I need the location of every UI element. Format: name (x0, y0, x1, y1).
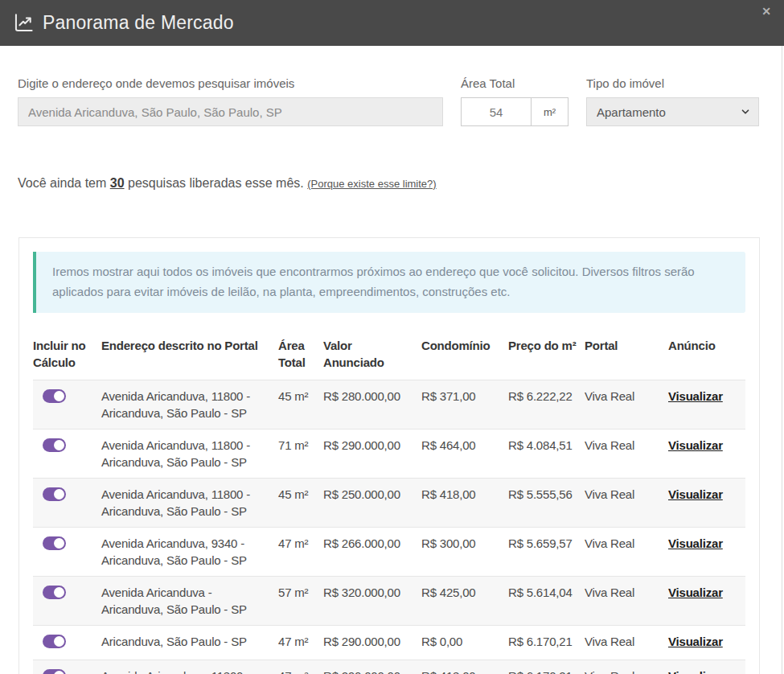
include-cell (33, 528, 101, 577)
portal-cell: Viva Real (585, 479, 668, 528)
area-unit-addon: m² (532, 97, 569, 126)
viewport-edge-divider (782, 46, 782, 674)
chart-line-icon (13, 12, 35, 34)
results-table: Incluir no Cálculo Endereço descrito no … (33, 332, 745, 674)
portal-cell: Viva Real (585, 528, 668, 577)
price-m2-cell: R$ 6.222,22 (508, 380, 585, 429)
price-m2-cell: R$ 4.084,51 (508, 429, 585, 479)
price-cell: R$ 266.000,00 (323, 528, 421, 577)
address-cell: Avenida Aricanduva, 11800 - Aricanduva, … (101, 380, 278, 429)
price-m2-cell: R$ 6.170,21 (508, 626, 585, 660)
include-cell (33, 626, 101, 660)
col-header-price-m2: Preço do m² (508, 332, 585, 380)
col-header-area: Área Total (278, 332, 323, 380)
include-cell (33, 380, 101, 429)
view-listing-link[interactable]: Visualizar (668, 487, 723, 501)
address-input[interactable] (18, 97, 443, 126)
include-toggle[interactable] (43, 536, 66, 550)
address-cell: Avenida Aricanduva, 9340 - Aricanduva, S… (101, 528, 278, 577)
view-listing-link[interactable]: Visualizar (668, 669, 723, 674)
ad-cell: Visualizar (668, 577, 745, 626)
view-listing-link[interactable]: Visualizar (668, 438, 723, 452)
quota-limit-link[interactable]: (Porque existe esse limite?) (307, 178, 436, 190)
condo-cell: R$ 425,00 (421, 577, 508, 626)
toggle-knob (54, 538, 64, 549)
condo-cell: R$ 371,00 (421, 380, 508, 429)
property-type-label: Tipo do imóvel (586, 76, 759, 90)
col-header-condo: Condomínio (421, 332, 508, 380)
price-cell: R$ 290.000,00 (323, 660, 421, 674)
notice-text: Iremos mostrar aqui todos os imóveis que… (52, 265, 695, 298)
ad-cell: Visualizar (668, 479, 745, 528)
area-label: Área Total (461, 76, 569, 90)
table-row: Avenida Aricanduva, 9340 - Aricanduva, S… (33, 528, 745, 577)
view-listing-link[interactable]: Visualizar (668, 635, 723, 648)
col-header-include: Incluir no Cálculo (33, 332, 101, 380)
quota-line: Você ainda tem 30 pesquisas liberadas es… (0, 176, 784, 191)
include-toggle[interactable] (43, 669, 66, 674)
property-type-select[interactable]: Apartamento (586, 97, 759, 126)
address-label: Digite o endereço onde devemos pesquisar… (18, 76, 443, 90)
condo-cell: R$ 418,00 (421, 660, 508, 674)
toggle-knob (54, 636, 64, 647)
include-cell (33, 479, 101, 528)
table-row: Avenida Aricanduva, 11800 - Aricanduva, … (33, 479, 745, 528)
include-toggle[interactable] (43, 438, 66, 452)
price-m2-cell: R$ 5.555,56 (508, 479, 585, 528)
address-cell: Avenida Aricanduva - Aricanduva, São Pau… (101, 577, 278, 626)
include-cell (33, 429, 101, 479)
area-cell: 47 m² (278, 626, 323, 660)
address-field-group: Digite o endereço onde devemos pesquisar… (18, 76, 443, 126)
condo-cell: R$ 300,00 (421, 528, 508, 577)
include-toggle[interactable] (43, 389, 66, 403)
area-cell: 57 m² (278, 577, 323, 626)
include-cell (33, 660, 101, 674)
address-cell: Avenida Aricanduva, 11800 - Aricanduva, … (101, 479, 278, 528)
view-listing-link[interactable]: Visualizar (668, 389, 723, 403)
table-row: Avenida Aricanduva, 11800 - Aricanduva, … (33, 429, 745, 479)
area-cell: 47 m² (278, 528, 323, 577)
page-title: Panorama de Mercado (43, 12, 234, 34)
results-table-head: Incluir no Cálculo Endereço descrito no … (33, 332, 745, 380)
area-cell: 71 m² (278, 429, 323, 479)
toggle-knob (54, 391, 64, 401)
search-form: Digite o endereço onde devemos pesquisar… (0, 46, 784, 126)
price-m2-cell: R$ 6.170,21 (508, 660, 585, 674)
condo-cell: R$ 0,00 (421, 626, 508, 660)
address-cell: Avenida Aricanduva, 11800 - Aricanduva, … (101, 660, 278, 674)
portal-cell: Viva Real (585, 577, 668, 626)
price-cell: R$ 290.000,00 (323, 626, 421, 660)
portal-cell: Viva Real (585, 626, 668, 660)
price-cell: R$ 280.000,00 (323, 380, 421, 429)
price-cell: R$ 250.000,00 (323, 479, 421, 528)
include-toggle[interactable] (43, 635, 66, 648)
area-cell: 47 m² (278, 660, 323, 674)
portal-cell: Viva Real (585, 660, 668, 674)
view-listing-link[interactable]: Visualizar (668, 586, 723, 599)
condo-cell: R$ 418,00 (421, 479, 508, 528)
area-input[interactable] (461, 97, 532, 126)
ad-cell: Visualizar (668, 660, 745, 674)
table-row: Aricanduva, São Paulo - SP 47 m² R$ 290.… (33, 626, 745, 660)
close-icon[interactable]: ✕ (761, 6, 771, 17)
ad-cell: Visualizar (668, 528, 745, 577)
results-card: Iremos mostrar aqui todos os imóveis que… (18, 237, 760, 674)
include-toggle[interactable] (43, 487, 66, 501)
quota-count: 30 (110, 176, 125, 190)
address-cell: Aricanduva, São Paulo - SP (101, 626, 278, 660)
price-m2-cell: R$ 5.614,04 (508, 577, 585, 626)
price-cell: R$ 290.000,00 (323, 429, 421, 479)
area-cell: 45 m² (278, 380, 323, 429)
price-m2-cell: R$ 5.659,57 (508, 528, 585, 577)
property-type-field-group: Tipo do imóvel Apartamento (586, 76, 759, 126)
ad-cell: Visualizar (668, 380, 745, 429)
table-row: Avenida Aricanduva, 11800 - Aricanduva, … (33, 660, 745, 674)
address-cell: Avenida Aricanduva, 11800 - Aricanduva, … (101, 429, 278, 479)
col-header-price: Valor Anunciado (323, 332, 421, 380)
include-cell (33, 577, 101, 626)
view-listing-link[interactable]: Visualizar (668, 536, 723, 550)
col-header-ad: Anúncio (668, 332, 745, 380)
include-toggle[interactable] (43, 586, 66, 599)
portal-cell: Viva Real (585, 380, 668, 429)
area-field-group: Área Total m² (461, 76, 569, 126)
